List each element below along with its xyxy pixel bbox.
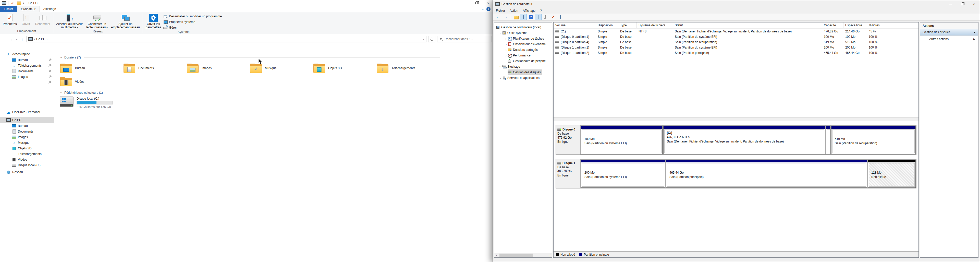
folder-tile-Vidéos[interactable]: Vidéos: [60, 75, 123, 88]
add-network-location-button[interactable]: Ajouter un emplacement réseau: [110, 13, 142, 29]
chevron-right-icon[interactable]: [504, 48, 508, 51]
menu-affichage[interactable]: Affichage: [520, 8, 538, 13]
scroll-right-icon[interactable]: ›: [547, 254, 552, 257]
column-header-Volume[interactable]: Volume: [554, 22, 596, 28]
volume-row[interactable]: (Disque 0 partition 4)SimpleDe baseSain …: [554, 39, 918, 45]
tab-ordinateur[interactable]: Ordinateur: [17, 6, 40, 12]
recent-locations-dropdown[interactable]: [15, 38, 18, 41]
sidebar-item-Bureau[interactable]: Bureau: [0, 123, 54, 129]
collapse-group-icon[interactable]: [60, 91, 63, 94]
tab-affichage[interactable]: Affichage: [40, 6, 60, 12]
sidebar-item-Documents[interactable]: Documents: [0, 129, 54, 134]
column-header-Capacité[interactable]: Capacité: [822, 22, 843, 28]
tree-item[interactable]: Observateur d’événeme: [494, 42, 552, 47]
chevron-right-icon[interactable]: [504, 43, 508, 46]
tree-item[interactable]: Services et applications: [494, 75, 552, 81]
pane-splitter[interactable]: [554, 117, 918, 121]
partition[interactable]: [826, 126, 830, 154]
tree-item[interactable]: Gestion de l’ordinateur (local): [494, 24, 552, 30]
sidebar-item-onedrive[interactable]: OneDrive - Personal: [0, 109, 54, 115]
address-dropdown-icon[interactable]: [422, 38, 425, 41]
manage-button[interactable]: Gérer: [163, 25, 222, 30]
restore-button[interactable]: [956, 0, 968, 8]
tree-item[interactable]: Planificateur de tâches: [494, 36, 552, 42]
more-actions-item[interactable]: Autres actions ▶: [920, 35, 978, 42]
show-console-tree-button[interactable]: [520, 14, 527, 20]
column-header-% libres[interactable]: % libres: [867, 22, 883, 28]
minimize-button[interactable]: [459, 0, 471, 6]
sidebar-item-Téléchargements[interactable]: Téléchargements: [0, 63, 54, 69]
folders-group-header[interactable]: Dossiers (7): [60, 56, 440, 59]
sidebar-item-pinned[interactable]: [0, 80, 54, 85]
scroll-left-icon[interactable]: ‹: [494, 254, 499, 257]
chevron-right-icon[interactable]: [499, 76, 502, 80]
tree-h-scrollbar[interactable]: ‹ ›: [494, 253, 552, 257]
folder-tile-Téléchargements[interactable]: Téléchargements: [376, 61, 439, 75]
column-header-Type[interactable]: Type: [618, 22, 637, 28]
local-disk-c-item[interactable]: Disque local (C:) 214 Go libres sur 476 …: [60, 96, 440, 109]
volume-row[interactable]: (C:)SimpleDe baseNTFSSain (Démarrer, Fic…: [554, 29, 918, 34]
breadcrumb[interactable]: Ce PC: [36, 37, 45, 41]
sidebar-item-Objets 3D[interactable]: Objets 3D: [0, 145, 54, 151]
collapse-section-icon[interactable]: ▲: [974, 31, 976, 34]
back-button[interactable]: ←: [2, 37, 7, 42]
partition[interactable]: 519 MoSain (Partition de récupération): [831, 126, 916, 154]
folder-tile-Documents[interactable]: Documents: [123, 61, 186, 75]
help-button[interactable]: [528, 14, 534, 20]
show-action-pane-button[interactable]: [535, 14, 542, 20]
chevron-down-icon[interactable]: [499, 31, 502, 35]
sidebar-item-network[interactable]: Réseau: [0, 169, 54, 175]
tab-fichier[interactable]: Fichier: [0, 6, 17, 12]
partition[interactable]: 465,44 GoSain (Partition principale): [666, 160, 867, 188]
sidebar-item-Images[interactable]: Images: [0, 74, 54, 80]
tree-item[interactable]: Dossiers partagés: [494, 47, 552, 53]
devices-group-header[interactable]: Périphériques et lecteurs (1): [60, 91, 440, 94]
disk-label[interactable]: Disque 1De base465,76 GoEn ligne: [556, 159, 580, 188]
qat-properties-button[interactable]: [10, 1, 15, 5]
refresh-button[interactable]: [428, 36, 435, 42]
uninstall-program-button[interactable]: Désinstaller ou modifier un programme: [163, 14, 222, 19]
scrollbar-thumb[interactable]: [500, 254, 533, 257]
volume-row[interactable]: (Disque 1 partition 1)SimpleDe baseSain …: [554, 45, 918, 50]
chevron-right-icon[interactable]: [504, 37, 508, 40]
search-input[interactable]: Rechercher dans : ...: [437, 36, 492, 42]
tree-item[interactable]: Performance: [494, 53, 552, 58]
column-header-Statut[interactable]: Statut: [673, 22, 822, 28]
collapse-group-icon[interactable]: [60, 56, 63, 59]
sidebar-item-Disque local (C:)[interactable]: Disque local (C:): [0, 162, 54, 168]
properties-button[interactable]: Propriétés: [1, 13, 19, 29]
column-header-Espace libre[interactable]: Espace libre: [843, 22, 867, 28]
dialog-button[interactable]: [542, 14, 549, 20]
forward-button[interactable]: →: [502, 14, 509, 20]
qat-customize-dropdown[interactable]: ▾: [23, 2, 24, 4]
chevron-right-icon[interactable]: [504, 54, 508, 57]
back-button[interactable]: ←: [495, 14, 501, 20]
ribbon-collapse-icon[interactable]: ›: [480, 9, 484, 10]
menu-action[interactable]: Action: [508, 8, 520, 13]
tree-item[interactable]: Gestion des disques: [494, 69, 552, 75]
column-header-Système de fichiers[interactable]: Système de fichiers: [637, 22, 673, 28]
minimize-button[interactable]: [945, 0, 956, 8]
actions-section-disk-management[interactable]: Gestion des disques ▲: [920, 29, 978, 35]
address-bar[interactable]: › Ce PC ›: [26, 36, 426, 42]
qat-new-folder-button[interactable]: [17, 1, 21, 5]
check-disk-button[interactable]: [550, 14, 556, 20]
partition[interactable]: 100 MoSain (Partition du système EFI): [581, 126, 662, 154]
help-icon[interactable]: ?: [487, 7, 490, 11]
open-settings-button[interactable]: Ouvrir lesparamètres: [144, 13, 163, 30]
volume-row[interactable]: (Disque 0 partition 1)SimpleDe baseSain …: [554, 34, 918, 39]
folder-tile-Images[interactable]: Images: [186, 61, 250, 75]
sidebar-item-Vidéos[interactable]: Vidéos: [0, 157, 54, 162]
tree-item[interactable]: Gestionnaire de périphé: [494, 58, 552, 64]
up-level-button[interactable]: [513, 14, 519, 20]
map-network-drive-button[interactable]: Connecter un lecteur réseau ▾: [84, 13, 109, 29]
partition[interactable]: (C:)476,32 Go NTFSSain (Démarrer, Fichie…: [663, 126, 825, 154]
media-server-button[interactable]: Accéder au serveur multimédia ▾: [54, 13, 84, 29]
up-button[interactable]: ↑: [20, 37, 24, 42]
scrollbar-track[interactable]: [499, 253, 547, 257]
rename-button[interactable]: Renommer: [33, 13, 52, 29]
sidebar-item-quick-access[interactable]: Accès rapide: [0, 51, 54, 57]
chevron-down-icon[interactable]: [499, 65, 502, 69]
sidebar-item-Musique[interactable]: Musique: [0, 140, 54, 145]
forward-button[interactable]: →: [9, 37, 13, 42]
